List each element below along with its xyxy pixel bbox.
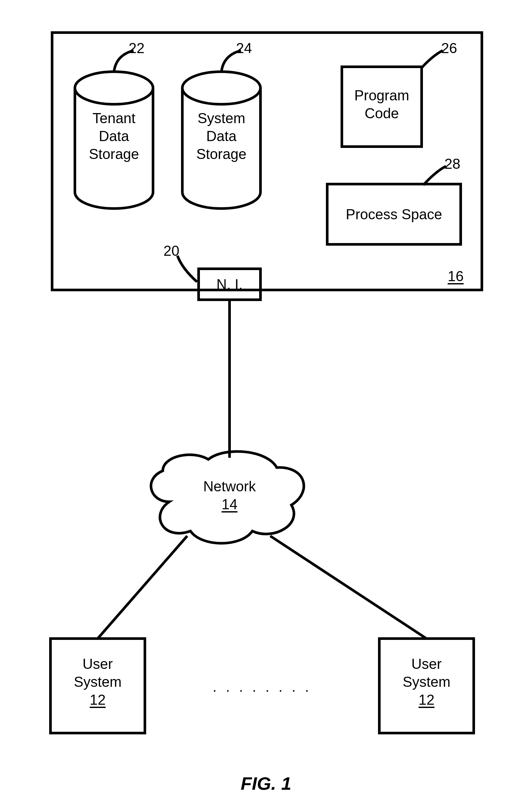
ref-22: 22 xyxy=(129,39,145,57)
figure-caption: FIG. 1 xyxy=(0,772,532,795)
tenant-storage-label: Tenant Data Storage xyxy=(75,109,153,163)
user-system-left-label: User System 12 xyxy=(51,655,145,709)
network-label: Network 14 xyxy=(182,477,277,513)
ref-16: 16 xyxy=(448,267,463,285)
system-storage-label: System Data Storage xyxy=(182,109,261,163)
leader-26 xyxy=(422,51,443,68)
ellipsis: . . . . . . . . xyxy=(169,678,355,696)
ref-24: 24 xyxy=(236,39,252,57)
user-system-right-line2: System xyxy=(403,674,451,690)
leader-28 xyxy=(423,166,446,185)
user-system-right-label: User System 12 xyxy=(379,655,474,709)
network-label-text: Network xyxy=(203,478,255,494)
tenant-storage-line3: Storage xyxy=(89,146,139,162)
process-space-label: Process Space xyxy=(327,205,461,223)
link-network-user-right xyxy=(270,536,426,639)
network-ref: 14 xyxy=(222,496,238,512)
user-system-left-line1: User xyxy=(83,656,113,672)
ref-26: 26 xyxy=(441,39,457,57)
ref-20: 20 xyxy=(164,242,179,260)
program-code-label: Program Code xyxy=(342,86,422,122)
system-storage-line2: Data xyxy=(206,128,237,144)
ref-28: 28 xyxy=(444,155,460,173)
program-code-line1: Program xyxy=(354,87,409,103)
program-code-line2: Code xyxy=(365,105,399,121)
svg-point-2 xyxy=(75,72,153,104)
tenant-storage-line1: Tenant xyxy=(93,110,135,126)
system-storage-line1: System xyxy=(197,110,246,126)
user-system-left-ref: 12 xyxy=(90,692,106,708)
network-interface-label: N. I. xyxy=(198,275,261,293)
user-system-right-ref: 12 xyxy=(419,692,435,708)
user-system-right-line1: User xyxy=(412,656,442,672)
user-system-left-line2: System xyxy=(74,674,122,690)
link-network-user-left xyxy=(98,536,187,639)
system-storage-line3: Storage xyxy=(196,146,246,162)
leader-20 xyxy=(177,256,197,282)
svg-point-5 xyxy=(182,72,261,104)
tenant-storage-line2: Data xyxy=(99,128,129,144)
diagram-canvas: 22 24 26 28 20 16 Tenant Data Storage Sy… xyxy=(0,0,532,808)
